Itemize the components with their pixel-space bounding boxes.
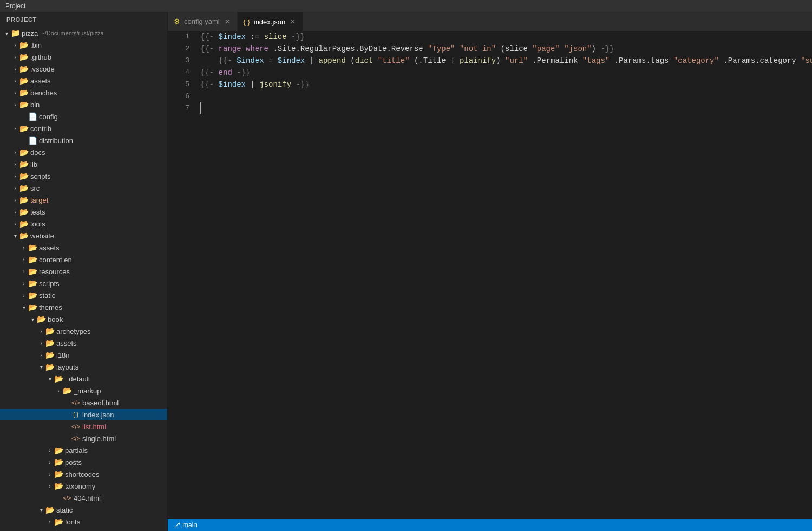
folder-icon-book-assets: 📂 — [45, 339, 54, 347]
folder-icon-taxonomy: 📂 — [54, 482, 63, 490]
sidebar-item-assets-root[interactable]: 📂 assets — [0, 75, 167, 87]
editor-content[interactable]: 1 2 3 4 5 6 7 {{- $index := slice -}} {{… — [168, 31, 812, 519]
sidebar-item-label-bin-dot: .bin — [30, 41, 42, 49]
tab-index-json[interactable]: { } index.json ✕ — [238, 12, 304, 31]
sidebar-item-fonts[interactable]: 📂 fonts — [0, 516, 167, 528]
sidebar-item-shortcodes[interactable]: 📂 shortcodes — [0, 468, 167, 480]
sidebar-item-src[interactable]: 📂 src — [0, 182, 167, 194]
sidebar-item-layouts[interactable]: 📂 layouts — [0, 361, 167, 373]
sidebar-item-book-assets[interactable]: 📂 assets — [0, 337, 167, 349]
branch-name: main — [183, 521, 197, 529]
sidebar-item-content-en[interactable]: 📂 content.en — [0, 254, 167, 266]
folder-icon-bin: 📂 — [19, 100, 28, 109]
code-editor[interactable]: {{- $index := slice -}} {{- range where … — [195, 31, 812, 519]
folder-icon-tests: 📂 — [19, 208, 28, 216]
chevron-taxonomy — [45, 482, 54, 490]
chevron-static-website — [19, 291, 28, 300]
branch-icon: ⎇ — [173, 521, 181, 529]
chevron-vscode — [11, 64, 19, 73]
sidebar-item-tests[interactable]: 📂 tests — [0, 206, 167, 218]
sidebar-item-label-scripts: scripts — [39, 280, 60, 288]
sidebar-item-taxonomy[interactable]: 📂 taxonomy — [0, 480, 167, 492]
sidebar-item-partials[interactable]: 📂 partials — [0, 444, 167, 456]
sidebar-item-label-github: .github — [30, 53, 51, 61]
folder-icon-partials: 📂 — [54, 446, 63, 455]
sidebar-item-scripts[interactable]: 📂 scripts — [0, 277, 167, 289]
sidebar-item-themes[interactable]: 📂 themes — [0, 301, 167, 313]
folder-icon-bin-dot: 📂 — [19, 41, 28, 49]
line-num-7: 7 — [168, 102, 189, 114]
sidebar: Project 📁 pizza ~/Documents/rust/pizza 📂… — [0, 12, 168, 531]
sidebar-item-bin[interactable]: 📂 bin — [0, 99, 167, 111]
sidebar-item-404-html[interactable]: </> 404.html — [0, 492, 167, 504]
sidebar-item-vscode[interactable]: 📂 .vscode — [0, 63, 167, 75]
chevron-benches — [11, 88, 19, 97]
file-icon-list-html: </> — [71, 422, 80, 431]
sidebar-item-contrib[interactable]: 📂 contrib — [0, 122, 167, 134]
sidebar-item-index-json[interactable]: { } index.json — [0, 409, 167, 420]
spacer-404 — [54, 494, 63, 502]
sidebar-item-label-tools: tools — [30, 220, 45, 228]
sidebar-item-katex[interactable]: 📂 katex — [0, 528, 167, 531]
tab-close-index-json[interactable]: ✕ — [289, 17, 297, 26]
sidebar-item-scripts-root[interactable]: 📂 scripts — [0, 170, 167, 182]
sidebar-item-github[interactable]: 📂 .github — [0, 51, 167, 63]
file-icon-single-html: </> — [71, 434, 80, 443]
title-bar-label: Project — [5, 2, 25, 10]
sidebar-item-static-book[interactable]: 📂 static — [0, 504, 167, 516]
sidebar-item-label-resources: resources — [39, 268, 70, 276]
tab-close-config-yaml[interactable]: ✕ — [223, 17, 232, 26]
editor-area: ⚙ config.yaml ✕ { } index.json ✕ 1 2 3 4… — [168, 12, 812, 531]
sidebar-item-website[interactable]: 📂 website — [0, 230, 167, 242]
sidebar-item-label-distribution: distribution — [39, 137, 73, 145]
sidebar-item-book[interactable]: 📂 book — [0, 313, 167, 325]
sidebar-item-tools[interactable]: 📂 tools — [0, 218, 167, 230]
sidebar-item-bin-dot[interactable]: 📂 .bin — [0, 39, 167, 51]
sidebar-item-config[interactable]: 📄 config — [0, 111, 167, 122]
sidebar-item-label-default: _default — [65, 375, 90, 383]
sidebar-item-label-posts: posts — [65, 458, 82, 467]
chevron-archetypes — [37, 327, 45, 335]
sidebar-item-benches[interactable]: 📂 benches — [0, 87, 167, 99]
chevron-bin — [11, 100, 19, 109]
sidebar-item-label-website-assets: assets — [39, 244, 60, 252]
sidebar-item-lib[interactable]: 📂 lib — [0, 158, 167, 170]
sidebar-item-static-website[interactable]: 📂 static — [0, 289, 167, 301]
chevron-bin-dot — [11, 41, 19, 49]
chevron-layouts — [37, 362, 45, 371]
sidebar-item-label-shortcodes: shortcodes — [65, 470, 100, 478]
sidebar-item-docs[interactable]: 📂 docs — [0, 146, 167, 158]
chevron-github — [11, 53, 19, 61]
sidebar-item-default[interactable]: 📂 _default — [0, 373, 167, 385]
sidebar-item-i18n[interactable]: 📂 i18n — [0, 349, 167, 361]
sidebar-item-single-html[interactable]: </> single.html — [0, 432, 167, 444]
sidebar-item-label-target: target — [30, 196, 48, 204]
file-icon-index-json: { } — [71, 410, 80, 419]
sidebar-item-label-list-html: list.html — [82, 423, 106, 431]
tab-config-yaml[interactable]: ⚙ config.yaml ✕ — [168, 12, 238, 31]
code-line-6 — [200, 90, 812, 102]
sidebar-item-label-scripts-root: scripts — [30, 172, 51, 180]
sidebar-item-markup[interactable]: 📂 _markup — [0, 385, 167, 397]
sidebar-item-posts[interactable]: 📂 posts — [0, 456, 167, 468]
sidebar-item-label-index-json: index.json — [82, 411, 114, 419]
sidebar-item-label-bin: bin — [30, 101, 40, 109]
folder-icon-static-website: 📂 — [28, 291, 37, 300]
chevron-static-book — [37, 506, 45, 514]
sidebar-item-website-assets[interactable]: 📂 assets — [0, 242, 167, 254]
chevron-posts — [45, 458, 54, 467]
sidebar-item-baseof-html[interactable]: </> baseof.html — [0, 397, 167, 409]
chevron-src — [11, 184, 19, 192]
sidebar-item-archetypes[interactable]: 📂 archetypes — [0, 325, 167, 337]
sidebar-item-label-partials: partials — [65, 446, 88, 455]
chevron-scripts-root — [11, 172, 19, 180]
editor-cursor — [200, 102, 206, 114]
sidebar-item-list-html[interactable]: </> list.html — [0, 420, 167, 432]
sidebar-item-target[interactable]: 📂 target — [0, 194, 167, 206]
sidebar-item-distribution[interactable]: 📄 distribution — [0, 134, 167, 146]
folder-icon-themes: 📂 — [28, 303, 37, 312]
sidebar-item-label-benches: benches — [30, 89, 57, 97]
sidebar-item-pizza-root[interactable]: 📁 pizza ~/Documents/rust/pizza — [0, 27, 167, 39]
sidebar-item-resources[interactable]: 📂 resources — [0, 266, 167, 277]
line-num-3: 3 — [168, 55, 189, 67]
